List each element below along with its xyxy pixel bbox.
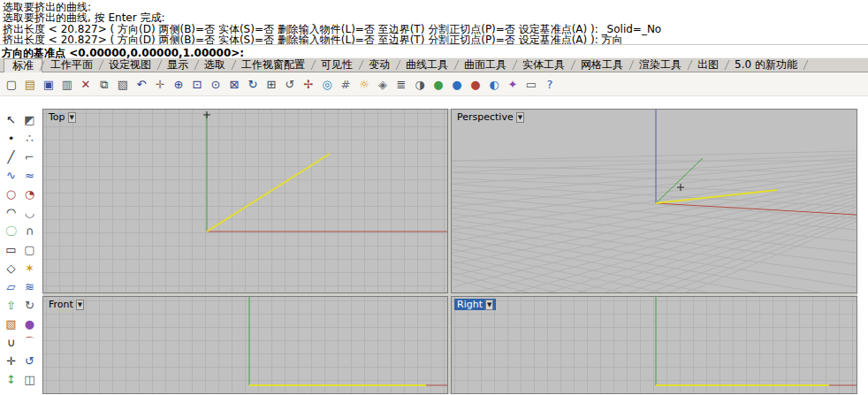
boolean-tool[interactable]: ∪ <box>3 333 20 351</box>
scale-tool[interactable]: ↕ <box>3 370 20 388</box>
delete-button[interactable]: ✕ <box>77 74 95 94</box>
viewport-right[interactable]: Right ▼ <box>451 296 857 394</box>
move-button[interactable]: ✢ <box>300 74 317 94</box>
menu-tab-select[interactable]: 选取 <box>196 58 233 72</box>
menu-tab-cplane[interactable]: 工作平面 <box>42 58 101 72</box>
shaded-view-button[interactable]: ● <box>467 74 484 94</box>
viewport-top[interactable]: Top ▼ <box>42 109 448 293</box>
zoom-extents-button[interactable]: ⊠ <box>225 74 243 94</box>
print-button[interactable]: ▥ <box>58 74 76 94</box>
viewport-title-label: Front <box>49 299 73 310</box>
polyline-tool[interactable]: ╱ <box>3 148 20 165</box>
display-mode-button[interactable]: ◑ <box>411 74 429 94</box>
help-button[interactable]: ? <box>541 74 559 94</box>
menu-tab-display[interactable]: 显示 <box>159 58 196 72</box>
menu-tab-viewport-layout[interactable]: 工作视窗配置 <box>233 58 313 72</box>
loft-tool[interactable]: ≋ <box>21 277 39 295</box>
ellipse-tool[interactable]: 〇 <box>3 222 20 239</box>
rounded-rectangle-tool[interactable]: ▢ <box>21 240 39 258</box>
rotate-view-button[interactable]: ↻ <box>244 74 262 94</box>
menu-tab-bar: 标准工作平面设定视图显示选取工作视窗配置可见性变动曲线工具曲面工具实体工具网格工… <box>0 57 868 72</box>
pan-button[interactable]: ✛ <box>151 74 169 94</box>
box-tool[interactable]: ▧ <box>3 315 20 332</box>
point-cloud-tool[interactable]: ∴ <box>21 129 39 147</box>
viewport-right-title[interactable]: Right ▼ <box>454 299 496 310</box>
rotate-tool[interactable]: ↺ <box>21 352 39 369</box>
chevron-down-icon[interactable]: ▼ <box>485 300 493 310</box>
arc-tool[interactable]: ◠ <box>3 203 20 221</box>
fillet-tool[interactable]: ⌒ <box>21 333 39 351</box>
menu-tab-drafting[interactable]: 出图 <box>689 58 727 72</box>
record-history-button[interactable]: ☼ <box>355 74 373 94</box>
selection-filter-tool[interactable]: ◩ <box>21 110 39 128</box>
surface-tool[interactable]: ▱ <box>3 277 20 295</box>
toolbar-icon: ⊡ <box>193 79 202 90</box>
four-viewports-button[interactable]: ⊞ <box>263 74 280 94</box>
curve-tool[interactable]: ∿ <box>3 166 20 184</box>
menu-tab-render-tools[interactable]: 渲染工具 <box>631 58 689 72</box>
zoom-window-button[interactable]: ⊡ <box>188 74 206 94</box>
copy-button[interactable]: ⧉ <box>95 74 113 94</box>
new-file-button[interactable]: ▢ <box>3 74 20 94</box>
menu-tab-visibility[interactable]: 可见性 <box>313 58 361 72</box>
menu-tab-surface-tools[interactable]: 曲面工具 <box>456 58 514 72</box>
zoom-dynamic-button[interactable]: ⊕ <box>170 74 187 94</box>
menu-tab-label: 5.0 的新功能 <box>735 58 797 71</box>
extrude-curve[interactable] <box>656 190 777 203</box>
command-history: 选取要挤出的曲线:选取要挤出的曲线, 按 Enter 完成:挤出长度 < 20.… <box>0 0 868 44</box>
viewport-perspective[interactable]: Perspective ▼ <box>451 109 857 293</box>
circle-3pt-tool[interactable]: ◔ <box>21 185 39 202</box>
viewport-front-title[interactable]: Front ▼ <box>46 299 87 310</box>
chevron-down-icon[interactable]: ▼ <box>516 112 524 123</box>
menu-tab-transform[interactable]: 变动 <box>361 58 398 72</box>
osnap-button[interactable]: ◎ <box>318 74 336 94</box>
viewport-perspective-title[interactable]: Perspective ▼ <box>454 111 527 123</box>
lock-button[interactable]: ◈ <box>374 74 392 94</box>
toolbar-icon: # <box>341 79 351 90</box>
rectangle-tool[interactable]: ▭ <box>3 240 20 258</box>
paste-button[interactable]: ▧ <box>114 74 132 94</box>
open-file-button[interactable]: ▤ <box>21 74 39 94</box>
sphere-tool[interactable]: ● <box>21 315 39 332</box>
command-prompt-input[interactable]: 方向的基准点 <0.00000,0.00000,1.00000>: <box>0 44 868 57</box>
polygon-tool[interactable]: ◇ <box>3 259 20 277</box>
grid-snap-button[interactable]: # <box>337 74 354 94</box>
menu-tab-new-in-v5[interactable]: 5.0 的新功能 <box>727 58 805 72</box>
menu-tab-curve-tools[interactable]: 曲线工具 <box>398 58 456 72</box>
chevron-down-icon[interactable]: ▼ <box>76 300 84 310</box>
toolbar-icon: ▥ <box>62 79 72 90</box>
menu-tab-standard[interactable]: 标准 <box>4 58 42 72</box>
menu-tab-set-view[interactable]: 设定视图 <box>101 58 159 72</box>
interpolate-curve-tool[interactable]: ≈ <box>21 166 39 184</box>
star-tool[interactable]: ✶ <box>21 259 39 277</box>
line-segments-tool[interactable]: ⌐ <box>21 148 39 165</box>
circle-tool[interactable]: ○ <box>3 185 20 202</box>
plugin-button[interactable]: ✦ <box>504 74 522 94</box>
zoom-selected-button[interactable]: ⊙ <box>207 74 225 94</box>
extrude-curve[interactable] <box>207 154 330 232</box>
move-tool[interactable]: ✛ <box>3 352 20 369</box>
menu-tab-solid-tools[interactable]: 实体工具 <box>514 58 573 72</box>
palette-icon: ∿ <box>6 170 16 181</box>
viewport-front[interactable]: Front ▼ <box>42 296 448 394</box>
render-preview-button[interactable]: ● <box>448 74 466 94</box>
undo-button[interactable]: ↶ <box>133 74 150 94</box>
toolbar-icon: ≣ <box>397 79 407 90</box>
render-button[interactable]: ● <box>430 74 447 94</box>
menu-tab-label: 选取 <box>204 58 225 71</box>
viewport-top-title[interactable]: Top ▼ <box>46 111 79 123</box>
revolve-tool[interactable]: ↻ <box>21 296 39 314</box>
mirror-tool[interactable]: ◫ <box>21 370 39 388</box>
extrude-tool[interactable]: ⇧ <box>3 296 20 314</box>
properties-button[interactable]: ▭ <box>522 74 540 94</box>
layers-button[interactable]: ≣ <box>392 74 410 94</box>
save-button[interactable]: ▣ <box>40 74 57 94</box>
ghosted-view-button[interactable]: ◐ <box>485 74 503 94</box>
menu-tab-mesh-tools[interactable]: 网格工具 <box>573 58 631 72</box>
conic-tool[interactable]: ∩ <box>21 222 39 239</box>
undo-view-button[interactable]: ↺ <box>281 74 299 94</box>
chevron-down-icon[interactable]: ▼ <box>68 112 76 123</box>
arc-3pt-tool[interactable]: ◡ <box>21 203 39 221</box>
select-tool[interactable]: ↖ <box>3 110 20 128</box>
point-tool[interactable]: • <box>3 129 20 147</box>
